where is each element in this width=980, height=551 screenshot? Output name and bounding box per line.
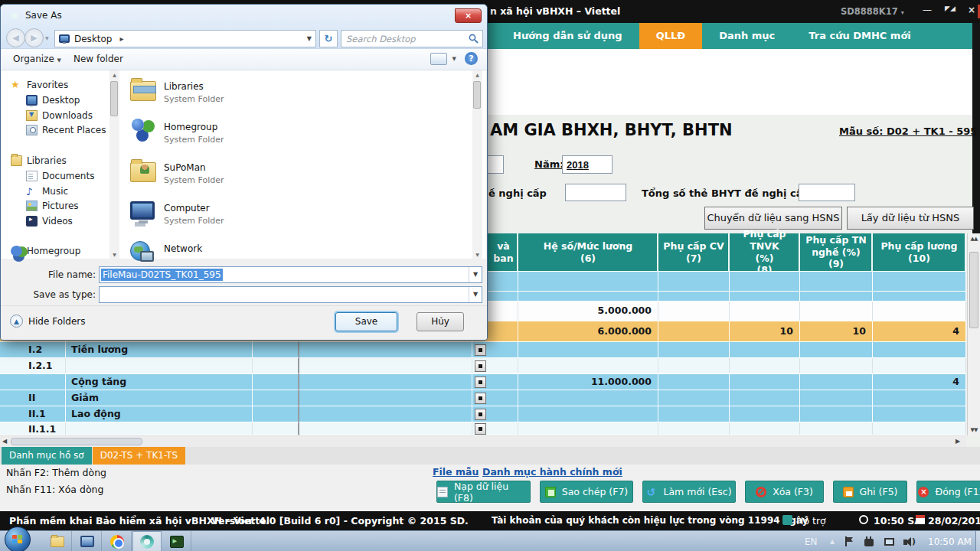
table-cell-c5[interactable] bbox=[490, 422, 518, 435]
table-cell-c7[interactable] bbox=[659, 406, 730, 422]
start-button[interactable] bbox=[5, 527, 31, 551]
scroll-left-icon[interactable]: ◀ bbox=[2, 438, 7, 445]
table-cell-c7[interactable] bbox=[659, 302, 730, 321]
table-cell-c7[interactable] bbox=[659, 358, 730, 373]
refresh-action-button[interactable]: Làm mới (Esc) bbox=[642, 481, 736, 503]
table-cell-c10[interactable] bbox=[874, 406, 966, 422]
breadcrumb-location[interactable]: Desktop bbox=[74, 34, 113, 44]
scroll-up-icon[interactable]: ▲ bbox=[109, 72, 119, 77]
speaker-icon[interactable] bbox=[903, 531, 907, 551]
table-cell-c10[interactable] bbox=[874, 292, 966, 301]
table-cell-c3[interactable] bbox=[253, 406, 299, 422]
table-cell-c8[interactable] bbox=[730, 292, 800, 301]
horizontal-scroll-thumb[interactable] bbox=[11, 438, 142, 445]
table-cell-c5[interactable] bbox=[490, 272, 518, 291]
organize-button[interactable]: Organize ▼ bbox=[13, 54, 61, 64]
table-cell-c5[interactable] bbox=[490, 390, 518, 406]
power-icon[interactable] bbox=[864, 531, 874, 551]
table-cell-c6[interactable]: 6.000.000 bbox=[519, 321, 658, 341]
cancel-button[interactable]: Hủy bbox=[416, 312, 464, 331]
vertical-scroll-thumb[interactable] bbox=[969, 252, 978, 328]
menu-tab-tra-cứu-dmhc-mới[interactable]: Tra cứu DMHC mới bbox=[792, 23, 928, 49]
footer-tab-d02-ts[interactable]: D02-TS + TK1-TS bbox=[93, 447, 185, 465]
table-cell-c6[interactable] bbox=[519, 292, 658, 301]
table-cell-code[interactable]: I.2.1 bbox=[24, 358, 66, 373]
close-action-button[interactable]: ×Đóng (F12) bbox=[916, 481, 980, 503]
table-cell-c7[interactable] bbox=[659, 390, 730, 406]
forward-button[interactable]: ▶ bbox=[24, 28, 44, 47]
table-cell-c3[interactable] bbox=[253, 390, 299, 406]
views-dropdown-icon[interactable]: ▼ bbox=[452, 56, 456, 62]
sidebar-group-libraries[interactable]: Libraries bbox=[11, 155, 67, 166]
copy-action-button[interactable]: Sao chép (F7) bbox=[540, 481, 633, 503]
table-cell-code[interactable]: I.2 bbox=[24, 342, 66, 357]
scroll-thumb[interactable] bbox=[473, 81, 481, 109]
table-cell-c3[interactable] bbox=[253, 374, 299, 390]
table-cell-c8[interactable] bbox=[730, 358, 800, 373]
transfer-hsns-button[interactable]: Chuyển dữ liệu sang HSNS bbox=[704, 207, 842, 230]
save-as-type-select[interactable]: ▼ bbox=[99, 286, 482, 303]
file-template-link[interactable]: File mẫu bbox=[433, 466, 479, 478]
table-cell-name[interactable]: Cộng tăng bbox=[67, 374, 253, 390]
table-cell-c9[interactable] bbox=[801, 292, 873, 301]
table-cell-c5[interactable] bbox=[490, 406, 518, 422]
action-center-flag-icon[interactable] bbox=[845, 531, 854, 551]
year-input[interactable] bbox=[562, 155, 612, 174]
table-cell-c7[interactable] bbox=[659, 292, 730, 301]
back-button[interactable]: ◀ bbox=[6, 28, 25, 47]
table-cell-c3[interactable] bbox=[253, 358, 299, 373]
table-cell-c5[interactable] bbox=[490, 342, 518, 357]
table-cell-c7[interactable] bbox=[659, 272, 730, 291]
file-item-homegroup[interactable]: HomegroupSystem Folder bbox=[130, 116, 360, 152]
nav-history-chevron-icon[interactable]: ▼ bbox=[45, 35, 49, 41]
table-cell-c9[interactable] bbox=[801, 406, 873, 422]
footer-tab-danh-muc-ho-so[interactable]: Danh mục hồ sơ bbox=[2, 447, 92, 465]
sidebar-item-desktop[interactable]: Desktop bbox=[26, 95, 80, 106]
table-cell-name[interactable] bbox=[67, 422, 253, 435]
navpane-scrollbar[interactable]: ▲ ▼ bbox=[109, 70, 119, 259]
table-cell-c10[interactable] bbox=[874, 358, 966, 373]
dialog-close-button[interactable]: × bbox=[455, 8, 482, 23]
table-cell-c10[interactable] bbox=[874, 390, 966, 406]
views-button[interactable] bbox=[430, 53, 447, 65]
menu-tab-hướng-dẫn-sử-dụng[interactable]: Hướng dẫn sử dụng bbox=[496, 23, 639, 49]
file-item-computer[interactable]: ComputerSystem Folder bbox=[130, 197, 360, 233]
scroll-thumb[interactable] bbox=[110, 81, 118, 116]
menu-tab-danh-mục[interactable]: Danh mục bbox=[702, 23, 792, 49]
taskbar-display-button[interactable] bbox=[73, 531, 102, 551]
table-cell-name[interactable]: Lao động bbox=[67, 406, 253, 422]
table-cell-c10[interactable]: 4 bbox=[874, 321, 966, 341]
address-bar[interactable]: Desktop ▸ ▼ bbox=[54, 30, 316, 47]
table-cell-c8[interactable] bbox=[730, 302, 800, 321]
table-cell-c10[interactable] bbox=[874, 342, 966, 357]
scroll-right-icon[interactable]: ▶ bbox=[956, 438, 960, 445]
row-detail-button[interactable] bbox=[475, 393, 486, 404]
combo-dropdown-icon[interactable]: ▼ bbox=[469, 267, 482, 282]
table-cell-c5[interactable] bbox=[490, 302, 518, 321]
save-action-button[interactable]: Ghi (F5) bbox=[833, 481, 907, 503]
table-cell-c8[interactable] bbox=[730, 374, 800, 390]
table-cell-c3[interactable] bbox=[253, 342, 299, 357]
status-support[interactable]: Hỗ trợ bbox=[796, 515, 826, 527]
row-detail-button[interactable] bbox=[475, 360, 486, 372]
row-detail-button[interactable] bbox=[475, 377, 486, 388]
table-cell-c5[interactable] bbox=[490, 374, 518, 390]
table-cell-c8[interactable] bbox=[730, 422, 800, 435]
table-cell-c8[interactable] bbox=[730, 406, 800, 422]
table-cell-c4[interactable] bbox=[299, 422, 472, 435]
combo-dropdown-icon[interactable]: ▼ bbox=[469, 287, 482, 302]
table-cell-c7[interactable] bbox=[659, 422, 730, 435]
help-icon[interactable]: ? bbox=[465, 52, 478, 65]
new-folder-button[interactable]: New folder bbox=[74, 54, 123, 64]
file-item-libraries[interactable]: LibrariesSystem Folder bbox=[130, 75, 360, 112]
table-cell-code[interactable]: II.1.1 bbox=[24, 422, 66, 435]
bhyt-total-input[interactable] bbox=[799, 184, 855, 201]
address-dropdown-icon[interactable]: ▼ bbox=[307, 35, 312, 42]
table-cell-c6[interactable] bbox=[519, 342, 658, 357]
get-hsns-button[interactable]: Lấy dữ liệu từ HSNS bbox=[847, 207, 974, 230]
table-cell-c6[interactable] bbox=[519, 272, 658, 291]
table-cell-c4[interactable] bbox=[299, 342, 472, 357]
row-detail-button[interactable] bbox=[475, 344, 486, 356]
row-detail-button[interactable] bbox=[475, 423, 486, 435]
language-indicator[interactable]: EN bbox=[805, 531, 818, 551]
